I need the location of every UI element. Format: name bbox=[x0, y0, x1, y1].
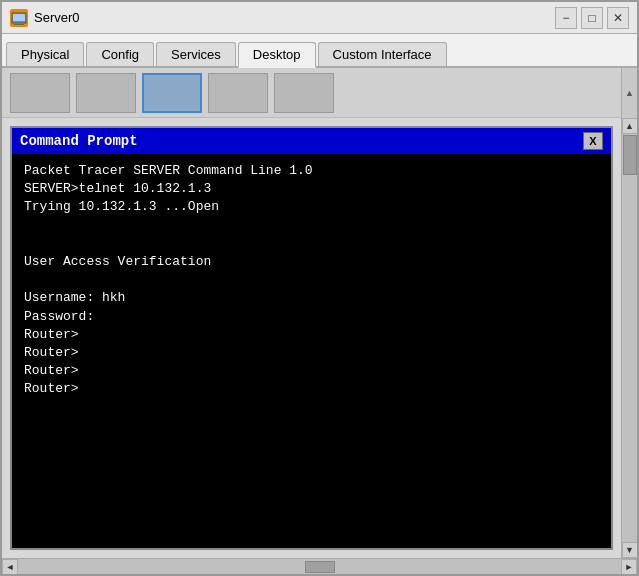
cmd-close-button[interactable]: X bbox=[583, 132, 603, 150]
cmd-body[interactable]: Packet Tracer SERVER Command Line 1.0 SE… bbox=[12, 154, 611, 548]
tab-custom-interface[interactable]: Custom Interface bbox=[318, 42, 447, 66]
bottom-scroll-thumb[interactable] bbox=[305, 561, 335, 573]
thumb-2[interactable] bbox=[76, 73, 136, 113]
minimize-button[interactable]: − bbox=[555, 7, 577, 29]
thumb-4[interactable] bbox=[208, 73, 268, 113]
cmd-title-bar: Command Prompt X bbox=[12, 128, 611, 154]
cmd-title-text: Command Prompt bbox=[20, 133, 138, 149]
close-button[interactable]: ✕ bbox=[607, 7, 629, 29]
scroll-left-button[interactable]: ◄ bbox=[2, 559, 18, 575]
tab-bar: Physical Config Services Desktop Custom … bbox=[2, 34, 637, 68]
scroll-up-button[interactable]: ▲ bbox=[622, 118, 638, 134]
scroll-down-button[interactable]: ▼ bbox=[622, 542, 638, 558]
thumbnail-scrollbar[interactable]: ▲ bbox=[621, 68, 637, 118]
tab-desktop[interactable]: Desktop bbox=[238, 42, 316, 68]
main-window: Server0 − □ ✕ Physical Config Services D… bbox=[0, 0, 639, 576]
window-controls: − □ ✕ bbox=[555, 7, 629, 29]
maximize-button[interactable]: □ bbox=[581, 7, 603, 29]
tab-config[interactable]: Config bbox=[86, 42, 154, 66]
thumb-1[interactable] bbox=[10, 73, 70, 113]
bottom-scrollbar: ◄ ► bbox=[2, 558, 637, 574]
scroll-right-button[interactable]: ► bbox=[621, 559, 637, 575]
app-icon bbox=[10, 9, 28, 27]
scroll-thumb[interactable] bbox=[623, 135, 637, 175]
tab-physical[interactable]: Physical bbox=[6, 42, 84, 66]
thumb-3[interactable] bbox=[142, 73, 202, 113]
window-title: Server0 bbox=[34, 10, 555, 25]
thumb-5[interactable] bbox=[274, 73, 334, 113]
content-area: Command Prompt X Packet Tracer SERVER Co… bbox=[2, 118, 637, 558]
right-scrollbar: ▲ ▼ bbox=[621, 118, 637, 558]
bottom-scroll-track[interactable] bbox=[18, 559, 621, 574]
title-bar: Server0 − □ ✕ bbox=[2, 2, 637, 34]
command-prompt-window: Command Prompt X Packet Tracer SERVER Co… bbox=[10, 126, 613, 550]
tab-services[interactable]: Services bbox=[156, 42, 236, 66]
main-area: ▲ Command Prompt X Packet Tracer SERVER … bbox=[2, 68, 637, 574]
thumbnail-bar: ▲ bbox=[2, 68, 637, 118]
scroll-track[interactable] bbox=[622, 134, 637, 542]
svg-rect-1 bbox=[13, 14, 25, 21]
svg-rect-3 bbox=[14, 24, 24, 25]
svg-rect-2 bbox=[15, 23, 23, 24]
thumb-scroll-arrow: ▲ bbox=[625, 88, 634, 98]
